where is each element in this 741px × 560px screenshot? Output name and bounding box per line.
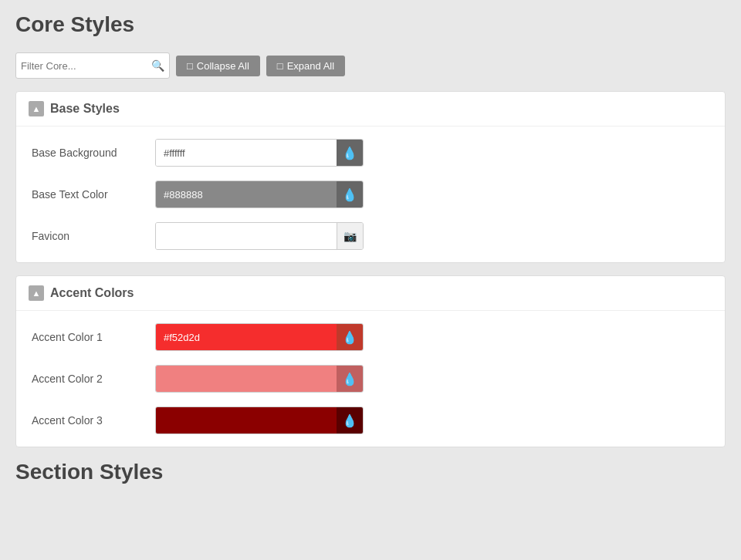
page-container: Core Styles 🔍 □ Collapse All □ Expand Al… — [0, 0, 741, 497]
favicon-row: Favicon 📷 — [32, 222, 709, 250]
favicon-input[interactable] — [156, 223, 337, 249]
accent-color-3-color-btn[interactable]: 💧 — [337, 407, 363, 433]
base-text-color-row: Base Text Color 💧 — [32, 180, 709, 208]
accent-colors-collapse-button[interactable]: ▲ — [29, 285, 44, 301]
accent-color-1-input[interactable] — [156, 324, 337, 350]
accent-color-2-color-btn[interactable]: 💧 — [337, 366, 363, 392]
favicon-input-wrap: 📷 — [155, 222, 364, 250]
base-text-color-btn[interactable]: 💧 — [337, 181, 363, 207]
accent-color-1-label: Accent Color 1 — [32, 331, 155, 343]
base-background-label: Base Background — [32, 147, 155, 159]
expand-all-button[interactable]: □ Expand All — [266, 56, 345, 76]
favicon-label: Favicon — [32, 230, 155, 242]
base-text-color-label: Base Text Color — [32, 188, 155, 201]
filter-input-wrap: 🔍 — [15, 52, 170, 79]
base-styles-title: Base Styles — [50, 102, 120, 116]
base-text-color-input-wrap: 💧 — [155, 180, 364, 208]
accent-colors-body: Accent Color 1 💧 HUE BRI SAT — [16, 311, 725, 447]
collapse-all-label: Collapse All — [197, 60, 249, 72]
accent-color-1-row: Accent Color 1 💧 — [32, 323, 709, 351]
base-styles-panel: ▲ Base Styles Base Background 💧 Base Tex… — [15, 91, 726, 263]
base-background-input[interactable] — [156, 140, 337, 166]
accent-color-3-label: Accent Color 3 — [32, 414, 155, 427]
collapse-icon: □ — [187, 60, 193, 72]
expand-all-label: Expand All — [287, 60, 334, 72]
base-text-color-input[interactable] — [156, 181, 337, 207]
page-title: Core Styles — [15, 12, 726, 37]
base-styles-body: Base Background 💧 Base Text Color 💧 Favi… — [16, 127, 725, 262]
base-background-input-wrap: 💧 — [155, 139, 364, 167]
accent-colors-panel: ▲ Accent Colors Accent Color 1 💧 — [15, 275, 726, 447]
accent-color-3-input-wrap: 💧 — [155, 407, 364, 434]
accent-color-1-input-wrap: 💧 — [155, 323, 364, 351]
favicon-upload-btn[interactable]: 📷 — [337, 223, 363, 249]
toolbar: 🔍 □ Collapse All □ Expand All — [15, 52, 726, 79]
accent-color-3-input[interactable] — [156, 407, 337, 433]
accent-color-2-label: Accent Color 2 — [32, 373, 155, 385]
section-styles-title: Section Styles — [15, 460, 726, 484]
accent-color-3-row: Accent Color 3 💧 — [32, 407, 709, 434]
base-background-color-btn[interactable]: 💧 — [337, 140, 363, 166]
accent-colors-title: Accent Colors — [50, 286, 134, 300]
accent-color-2-row: Accent Color 2 💧 — [32, 365, 709, 393]
base-background-row: Base Background 💧 — [32, 139, 709, 167]
filter-input[interactable] — [21, 60, 151, 72]
accent-color-2-input-wrap: 💧 — [155, 365, 364, 393]
expand-icon: □ — [277, 60, 283, 72]
accent-color-2-input[interactable] — [156, 366, 337, 392]
accent-color-1-color-btn[interactable]: 💧 — [337, 324, 363, 350]
base-styles-collapse-button[interactable]: ▲ — [29, 101, 44, 116]
collapse-all-button[interactable]: □ Collapse All — [176, 56, 260, 76]
search-icon: 🔍 — [151, 59, 164, 72]
base-styles-header: ▲ Base Styles — [16, 92, 725, 127]
accent-colors-header: ▲ Accent Colors — [16, 276, 725, 311]
